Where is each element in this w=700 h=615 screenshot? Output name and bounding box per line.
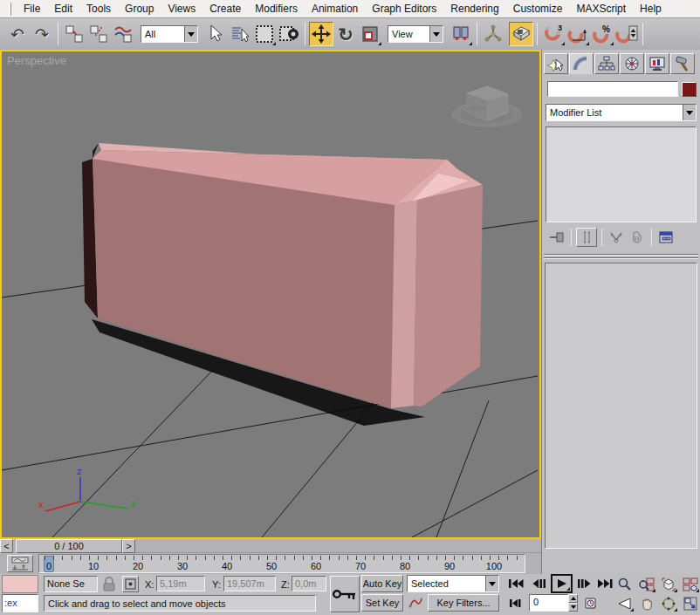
time-configuration-button[interactable] <box>583 594 600 612</box>
key-mode-toggle-button[interactable] <box>506 594 525 612</box>
tab-modify[interactable] <box>569 53 594 74</box>
keyboard-shortcut-override-button[interactable] <box>509 22 533 46</box>
ruler-tick <box>98 556 99 560</box>
rectangular-selection-region-button[interactable] <box>252 22 277 46</box>
current-frame-field[interactable]: 0 <box>529 594 578 612</box>
macro-recorder-pane[interactable] <box>2 575 38 593</box>
tab-create[interactable] <box>544 53 568 74</box>
go-to-start-button[interactable] <box>506 575 525 592</box>
tab-utilities[interactable] <box>670 53 695 74</box>
current-frame-value[interactable]: 0 <box>529 594 568 612</box>
set-key-button[interactable]: Set Key <box>361 594 403 612</box>
dropdown-arrow-icon[interactable] <box>683 105 696 120</box>
tab-motion[interactable] <box>620 53 644 74</box>
default-in-out-tangents-button[interactable] <box>407 594 424 612</box>
undo-button[interactable]: ↶ <box>5 22 30 46</box>
menu-create[interactable]: Create <box>202 0 248 17</box>
select-and-manipulate-button[interactable] <box>481 22 505 46</box>
viewcube[interactable]: FRONT <box>452 86 522 126</box>
make-unique-icon <box>608 231 624 243</box>
menu-group[interactable]: Group <box>118 0 161 17</box>
time-slider-prev-button[interactable]: < <box>0 539 13 553</box>
coord-y-field[interactable]: 19,507m <box>223 576 276 591</box>
remove-modifier-button[interactable] <box>628 229 647 246</box>
zoom-all-button[interactable] <box>636 575 656 593</box>
frame-spinner[interactable] <box>568 594 578 612</box>
dropdown-arrow-icon[interactable] <box>429 26 443 42</box>
perspective-viewport[interactable]: FRONT z x y Perspective <box>0 50 541 539</box>
select-and-link-button[interactable] <box>62 22 86 46</box>
modifier-stack-list[interactable] <box>546 126 697 222</box>
open-mini-curve-editor-button[interactable] <box>7 555 33 572</box>
menu-edit[interactable]: Edit <box>47 0 79 17</box>
zoom-extents-button[interactable] <box>658 575 678 593</box>
select-object-button[interactable] <box>203 22 228 46</box>
maximize-viewport-toggle-button[interactable] <box>680 594 700 612</box>
select-by-name-button[interactable] <box>228 22 252 46</box>
show-end-result-button[interactable] <box>576 228 597 247</box>
arc-rotate-button[interactable] <box>658 594 678 612</box>
menu-rendering[interactable]: Rendering <box>443 0 505 17</box>
time-slider-thumb[interactable]: 0 / 100 <box>16 539 122 553</box>
previous-frame-button[interactable] <box>529 575 548 592</box>
auto-key-button[interactable]: Auto Key <box>361 575 403 592</box>
menu-help[interactable]: Help <box>633 0 669 17</box>
ruler-label: 50 <box>266 561 277 571</box>
select-and-rotate-button[interactable]: ↻ <box>333 22 358 46</box>
select-and-scale-button[interactable] <box>358 22 382 46</box>
selection-filter-dropdown[interactable]: All <box>141 25 198 43</box>
pin-stack-button[interactable] <box>547 229 566 246</box>
menu-animation[interactable]: Animation <box>305 0 365 17</box>
rollout-area[interactable] <box>545 263 697 549</box>
modifier-list-dropdown[interactable]: Modifier List <box>546 104 697 121</box>
object-name-field[interactable] <box>547 81 678 97</box>
make-unique-button[interactable] <box>607 229 626 246</box>
set-keys-button[interactable] <box>330 576 360 612</box>
snaps-toggle-button[interactable]: 3 <box>541 22 566 46</box>
tab-display[interactable] <box>645 53 669 74</box>
selection-set-dropdown[interactable]: Selected <box>407 575 499 592</box>
viewport-label[interactable]: Perspective <box>7 54 66 67</box>
dropdown-arrow-icon[interactable] <box>485 576 498 591</box>
menu-modifiers[interactable]: Modifiers <box>248 0 305 17</box>
menu-file[interactable]: File <box>17 0 47 17</box>
coord-z-field[interactable]: 0,0m <box>292 576 326 591</box>
chamfer-box-object[interactable] <box>82 143 483 408</box>
dropdown-arrow-icon[interactable] <box>184 26 197 42</box>
coord-x-field[interactable]: 5,19m <box>156 576 205 591</box>
zoom-extents-all-button[interactable] <box>680 575 700 593</box>
ruler-label: 10 <box>88 561 99 571</box>
reference-coordinate-system-dropdown[interactable]: View <box>388 25 443 43</box>
angle-snap-button[interactable] <box>566 22 590 46</box>
play-animation-button[interactable] <box>551 574 573 593</box>
use-pivot-point-center-button[interactable] <box>449 22 473 46</box>
next-frame-button[interactable] <box>575 575 594 592</box>
key-filters-button[interactable]: Key Filters... <box>428 594 499 612</box>
maxscript-mini-listener[interactable]: :ex <box>2 594 38 612</box>
configure-modifier-sets-button[interactable] <box>656 229 676 246</box>
bind-to-space-warp-button[interactable] <box>111 22 135 46</box>
absolute-offset-mode-toggle[interactable] <box>122 576 139 592</box>
menu-views[interactable]: Views <box>161 0 202 17</box>
unlink-selection-button[interactable] <box>86 22 111 46</box>
redo-button[interactable]: ↷ <box>30 22 54 46</box>
percent-snap-button[interactable]: % <box>590 22 614 46</box>
pan-view-button[interactable] <box>636 594 656 612</box>
go-to-end-button[interactable] <box>596 575 614 592</box>
field-of-view-button[interactable] <box>614 594 635 612</box>
window-crossing-toggle-button[interactable] <box>277 22 301 46</box>
ruler-tick <box>445 556 446 560</box>
zoom-button[interactable] <box>614 575 635 593</box>
menu-customize[interactable]: Customize <box>506 0 570 17</box>
select-and-move-button[interactable] <box>309 22 333 46</box>
timeline-ruler[interactable]: 0102030405060708090100 <box>38 554 525 573</box>
menu-graph-editors[interactable]: Graph Editors <box>365 0 443 17</box>
menu-tools[interactable]: Tools <box>79 0 118 17</box>
spinner-snap-button[interactable] <box>614 22 639 46</box>
object-color-swatch[interactable] <box>682 82 697 97</box>
toolbar-grip[interactable] <box>9 3 11 16</box>
selection-lock-toggle[interactable] <box>102 577 116 591</box>
time-slider-next-button[interactable]: > <box>122 539 135 553</box>
tab-hierarchy[interactable] <box>594 53 619 74</box>
menu-maxscript[interactable]: MAXScript <box>569 0 633 17</box>
